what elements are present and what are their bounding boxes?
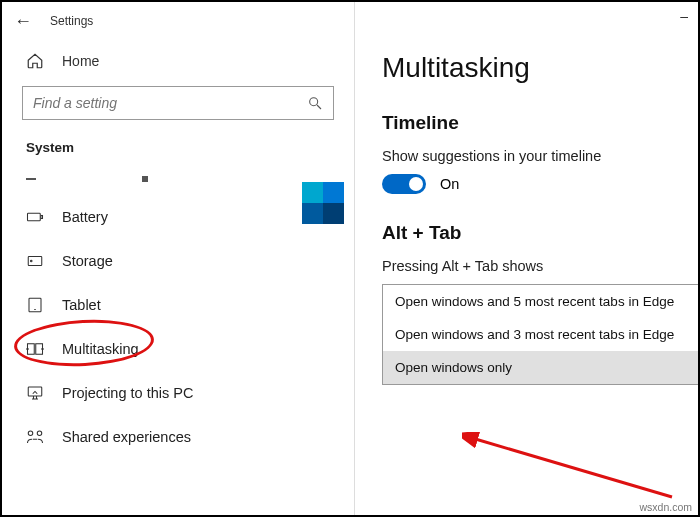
alttab-caption: Pressing Alt + Tab shows [382,258,674,274]
dot-icon [142,176,148,182]
section-alttab-title: Alt + Tab [382,222,674,244]
watermark: wsxdn.com [639,501,692,513]
battery-icon [26,208,44,226]
search-input[interactable] [33,95,307,111]
alttab-dropdown[interactable]: Open windows and 5 most recent tabs in E… [382,284,700,385]
brand-logo [302,182,344,224]
sidebar-section-title: System [2,138,354,163]
sidebar-item-storage[interactable]: Storage [2,239,354,283]
svg-point-14 [37,431,42,436]
svg-point-13 [28,431,33,436]
window-title: Settings [50,14,93,28]
sidebar-item-label: Multitasking [62,341,139,357]
sidebar-item-projecting[interactable]: Projecting to this PC [2,371,354,415]
sidebar-item-label: Projecting to this PC [62,385,193,401]
titlebar: ← Settings [2,2,354,40]
timeline-caption: Show suggestions in your timeline [382,148,674,164]
storage-icon [26,252,44,270]
back-icon[interactable]: ← [14,11,32,32]
projecting-icon [26,384,44,402]
home-label: Home [62,53,99,69]
shared-icon [26,428,44,446]
sidebar-item-label: Shared experiences [62,429,191,445]
dropdown-option-selected[interactable]: Open windows only [383,351,700,384]
dropdown-option[interactable]: Open windows and 5 most recent tabs in E… [383,285,700,318]
sidebar-item-label: Storage [62,253,113,269]
svg-rect-3 [41,216,43,219]
timeline-toggle[interactable] [382,174,426,194]
sidebar-item-shared[interactable]: Shared experiences [2,415,354,459]
main-content: Multitasking Timeline Show suggestions i… [358,2,698,515]
sidebar: ← Settings Home System Battery Storage T… [2,2,355,515]
section-timeline-title: Timeline [382,112,674,134]
tablet-icon [26,296,44,314]
search-input-wrap[interactable] [22,86,334,120]
dropdown-option[interactable]: Open windows and 3 most recent tabs in E… [383,318,700,351]
home-icon [26,52,44,70]
sidebar-item-label: Battery [62,209,108,225]
truncated-icon [26,178,36,180]
svg-line-1 [317,105,321,109]
timeline-toggle-row: On [382,174,674,194]
multitasking-icon [26,340,44,358]
svg-rect-2 [28,213,41,221]
svg-point-5 [31,260,33,262]
sidebar-item-label: Tablet [62,297,101,313]
search-icon [307,95,323,111]
toggle-state-label: On [440,176,459,192]
page-title: Multitasking [382,52,674,84]
svg-point-0 [310,98,318,106]
sidebar-item-tablet[interactable]: Tablet [2,283,354,327]
sidebar-home[interactable]: Home [2,40,354,86]
sidebar-item-multitasking[interactable]: Multitasking [2,327,354,371]
